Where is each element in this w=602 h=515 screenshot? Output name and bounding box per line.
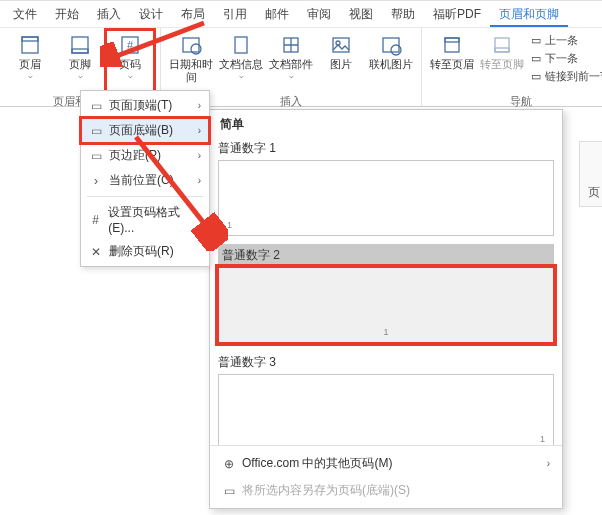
chevron-right-icon: ›	[198, 100, 201, 111]
svg-rect-16	[495, 38, 509, 52]
gallery-item-title: 普通数字 3	[218, 351, 554, 374]
gallery-item-title: 普通数字 2	[218, 244, 554, 267]
chevron-down-icon: ⌵	[239, 71, 244, 80]
group-label: 导航	[510, 94, 532, 108]
page-number-sample: 1	[383, 327, 388, 337]
chevron-down-icon: ⌵	[78, 71, 83, 80]
page-number-gallery: 简单 普通数字 1 1 普通数字 2 1 普通数字 3 1 ⊕Office.co…	[209, 109, 563, 509]
group-label: 插入	[280, 94, 302, 108]
svg-rect-0	[22, 37, 38, 53]
svg-rect-8	[235, 37, 247, 53]
next-section-button[interactable]: ▭下一条	[528, 50, 602, 67]
svg-rect-2	[72, 37, 88, 53]
header-button[interactable]: 页眉⌵	[6, 30, 54, 94]
chevron-down-icon: ⌵	[128, 71, 133, 80]
page-icon: ▭	[89, 149, 103, 163]
prev-icon: ▭	[531, 34, 541, 47]
doc-info-button[interactable]: 文档信息⌵	[217, 30, 265, 94]
gallery-preview: 1	[218, 267, 554, 343]
page-icon: ▭	[89, 124, 103, 138]
chevron-right-icon: ›	[547, 458, 550, 469]
tab-view[interactable]: 视图	[340, 2, 382, 27]
svg-rect-17	[495, 48, 509, 52]
tab-file[interactable]: 文件	[4, 2, 46, 27]
gallery-item[interactable]: 普通数字 1 1	[218, 137, 554, 236]
page-side-tab[interactable]: 页	[579, 141, 602, 207]
next-icon: ▭	[531, 52, 541, 65]
gallery-preview: 1	[218, 374, 554, 445]
online-picture-button[interactable]: 联机图片	[367, 30, 415, 94]
gallery-save-selection: ▭将所选内容另存为页码(底端)(S)	[210, 477, 562, 504]
goto-header-button[interactable]: 转至页眉	[428, 30, 476, 94]
header-icon	[19, 34, 41, 56]
gallery-footer: ⊕Office.com 中的其他页码(M)› ▭将所选内容另存为页码(底端)(S…	[210, 445, 562, 508]
picture-button[interactable]: 图片	[317, 30, 365, 94]
prev-section-button[interactable]: ▭上一条	[528, 32, 602, 49]
remove-icon: ✕	[89, 245, 103, 259]
chevron-down-icon: ⌵	[289, 71, 294, 80]
cursor-icon: ›	[89, 174, 103, 188]
link-icon: ▭	[531, 70, 541, 83]
gallery-item[interactable]: 普通数字 3 1	[218, 351, 554, 445]
annotation-arrow	[128, 131, 228, 251]
gallery-item[interactable]: 普通数字 2 1	[218, 244, 554, 343]
svg-rect-10	[333, 38, 349, 52]
footer-button[interactable]: 页脚⌵	[56, 30, 104, 94]
doc-info-icon	[230, 34, 252, 56]
doc-parts-button[interactable]: 文档部件⌵	[267, 30, 315, 94]
tab-review[interactable]: 审阅	[298, 2, 340, 27]
page-number-sample: 1	[540, 434, 545, 444]
goto-footer-button[interactable]: 转至页脚	[478, 30, 526, 94]
svg-rect-15	[445, 38, 459, 42]
gallery-preview: 1	[218, 160, 554, 236]
gallery-item-title: 普通数字 1	[218, 137, 554, 160]
svg-rect-3	[72, 49, 88, 53]
group-navigation: 转至页眉 转至页脚 ▭上一条 ▭下一条 ▭链接到前一节 导航	[422, 28, 602, 106]
tab-help[interactable]: 帮助	[382, 2, 424, 27]
tab-mail[interactable]: 邮件	[256, 2, 298, 27]
doc-parts-icon	[280, 34, 302, 56]
gallery-header: 简单	[210, 110, 562, 137]
globe-icon: ⊕	[222, 457, 236, 471]
footer-icon	[69, 34, 91, 56]
menu-top-of-page[interactable]: ▭页面顶端(T)›	[81, 93, 209, 118]
tab-home[interactable]: 开始	[46, 2, 88, 27]
goto-footer-icon	[491, 34, 513, 56]
save-icon: ▭	[222, 484, 236, 498]
link-prev-button[interactable]: ▭链接到前一节	[528, 68, 602, 85]
picture-icon	[330, 34, 352, 56]
svg-rect-14	[445, 38, 459, 52]
annotation-arrow	[100, 17, 210, 67]
tab-references[interactable]: 引用	[214, 2, 256, 27]
page-icon: ▭	[89, 99, 103, 113]
format-icon: #	[89, 213, 102, 227]
goto-header-icon	[441, 34, 463, 56]
gallery-office-more[interactable]: ⊕Office.com 中的其他页码(M)›	[210, 450, 562, 477]
tab-header-footer[interactable]: 页眉和页脚	[490, 2, 568, 27]
tab-foxit[interactable]: 福昕PDF	[424, 2, 490, 27]
ribbon-tabs: 文件 开始 插入 设计 布局 引用 邮件 审阅 视图 帮助 福昕PDF 页眉和页…	[0, 1, 602, 28]
online-picture-icon	[380, 34, 402, 56]
chevron-down-icon: ⌵	[28, 71, 33, 80]
svg-rect-1	[22, 37, 38, 41]
